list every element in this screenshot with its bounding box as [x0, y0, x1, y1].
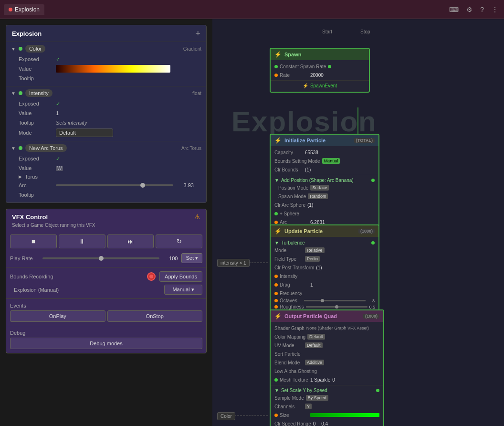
debug-section: Debug Debug modes: [6, 328, 206, 353]
intensity-toggle[interactable]: ▼: [11, 91, 16, 96]
help-icon[interactable]: ?: [478, 5, 486, 14]
vfx-controls: ■ ⏸ ⏭ ↻: [6, 232, 206, 251]
output-color-map-value: Default: [307, 334, 325, 340]
spawn-divider: [271, 80, 369, 81]
update-field-type-label: Field Type: [274, 256, 303, 262]
update-octaves-value: 3: [368, 298, 375, 303]
tab-label: Explosion: [15, 6, 40, 13]
title-bar-left: Explosion: [4, 4, 44, 15]
spawn-node-header[interactable]: ⚡ Spawn: [271, 49, 369, 60]
step-button[interactable]: ⏭: [107, 234, 154, 248]
output-sample-value: By Speed: [306, 395, 328, 401]
update-roughness-slider[interactable]: [306, 306, 368, 308]
output-sort-label: Sort Particle: [274, 351, 303, 357]
update-node-header[interactable]: ⚡ Update Particle (1000): [271, 225, 378, 237]
output-mesh-row: Mesh Texture 1 Sparkle 0: [271, 375, 383, 384]
color-section: ▼ Color Gradient Exposed ✓ Value Tooltip: [6, 42, 206, 86]
set-button[interactable]: Set ▾: [181, 253, 202, 263]
play-rate-value: 100: [163, 256, 178, 261]
init-bounds-value: Manual: [322, 158, 340, 164]
spawn-rate-value-row: Rate 20000: [271, 71, 369, 79]
output-channels-label: Channels: [274, 404, 303, 409]
apply-bounds-button[interactable]: Apply Bounds: [159, 271, 202, 282]
color-gradient[interactable]: [56, 65, 170, 73]
left-panel: Explosion + ▼ Color Gradient Exposed ✓ V…: [0, 19, 212, 426]
torus-expand-icon[interactable]: ▶: [19, 174, 22, 179]
intensity-tooltip-text: Sets intensity: [56, 120, 87, 126]
update-freq-row: Frequency: [271, 289, 378, 298]
init-icon: ⚡: [274, 137, 282, 144]
arc-torus-exposed-check: ✓: [56, 156, 60, 162]
arc-torus-value-row: Value W: [11, 163, 201, 173]
torus-label: Torus: [25, 174, 44, 180]
output-mesh-num: 0: [332, 377, 335, 383]
more-options-icon[interactable]: ⋮: [490, 5, 500, 14]
arc-torus-prop-name[interactable]: New Arc Torus: [25, 144, 67, 152]
spawn-rate-label: Constant Spawn Rate: [280, 64, 326, 69]
output-node-body: Shader Graph None (Shader Graph VFX Asse…: [271, 322, 383, 426]
arc-torus-prop-type: Arc Torus: [181, 146, 201, 151]
add-button[interactable]: +: [195, 29, 200, 38]
vfx-subtitle: Select a Game Object running this VFX: [6, 223, 206, 232]
turbulence-section[interactable]: ▼ Turbulence: [271, 239, 378, 246]
rate-value: 20000: [310, 73, 324, 78]
arc-slider[interactable]: [56, 184, 173, 186]
record-inner: [149, 275, 153, 278]
init-pos-mode-row: Position Mode Surface: [271, 183, 378, 192]
update-drag-dot: [274, 283, 278, 287]
scale-y-section[interactable]: ▼ Set Scale Y by Speed: [271, 386, 383, 394]
output-sort-row: Sort Particle: [271, 350, 383, 358]
initialize-node: ⚡ Initialize Particle (TOTAL) Capacity 6…: [270, 134, 379, 240]
intensity-connector-text: intensity × 1: [220, 260, 246, 266]
arc-torus-prop-header: ▼ New Arc Torus Arc Torus: [11, 144, 201, 152]
output-node-header[interactable]: ⚡ Output Particle Quad (1000): [271, 310, 383, 322]
turbulence-dot: [371, 241, 375, 245]
output-channels-value: Y: [305, 404, 312, 409]
spawn-rate-dot: [274, 65, 278, 68]
on-stop-button[interactable]: OnStop: [107, 310, 203, 322]
title-tab[interactable]: Explosion: [4, 4, 44, 15]
vfx-divider-2: [6, 298, 206, 299]
init-arc-label: Arc: [280, 220, 308, 225]
spawn-event-label: SpawnEvent: [310, 83, 337, 88]
update-octaves-slider[interactable]: [304, 300, 366, 301]
color-value-row: Value: [11, 64, 201, 74]
record-button[interactable]: [147, 272, 156, 281]
play-rate-slider[interactable]: [42, 257, 159, 259]
output-shader-row: Shader Graph None (Shader Graph VFX Asse…: [271, 324, 383, 332]
update-title: Update Particle: [284, 228, 323, 234]
output-size-dot: [274, 414, 278, 417]
arc-label: Arc: [19, 182, 52, 188]
settings-icon[interactable]: ⚙: [464, 5, 474, 14]
output-sample-row: Sample Mode By Speed: [271, 394, 383, 402]
color-prop-name[interactable]: Color: [25, 45, 45, 53]
stop-button[interactable]: ■: [10, 234, 57, 248]
code-icon[interactable]: ⌨: [447, 5, 461, 14]
init-node-header[interactable]: ⚡ Initialize Particle (TOTAL): [271, 135, 378, 146]
init-add-pos-section[interactable]: ▼ Add Position (Shape: Arc Banana): [271, 176, 378, 183]
output-low-alpha-label: Low Alpha Ghosting: [274, 369, 317, 374]
intensity-exposed-check: ✓: [56, 101, 60, 107]
debug-modes-button[interactable]: Debug modes: [10, 338, 202, 349]
update-rough-dot: [274, 305, 278, 309]
color-toggle[interactable]: ▼: [11, 46, 16, 52]
update-field-type-value: Perlin: [305, 256, 320, 262]
update-drag-value: 1: [310, 282, 313, 288]
intensity-mode-dropdown[interactable]: Default Clamped Normalized: [56, 128, 113, 137]
intensity-prop-name[interactable]: Intensity: [25, 89, 52, 97]
update-roughness-value: 0.5: [369, 305, 376, 309]
loop-button[interactable]: ↻: [156, 234, 202, 248]
on-play-button[interactable]: OnPlay: [10, 310, 105, 322]
output-color-map-row: Color Mapping Default: [271, 332, 383, 341]
vfx-panel: VFX Control ⚠ Select a Game Object runni…: [6, 209, 207, 353]
intensity-value-row: Value 1: [11, 108, 201, 118]
arc-slider-container: 3.93: [56, 182, 194, 188]
pause-button[interactable]: ⏸: [59, 234, 105, 248]
arc-torus-toggle[interactable]: ▼: [11, 146, 16, 151]
color-tooltip-row: Tooltip: [11, 74, 201, 83]
init-bounds-label: Bounds Setting Mode: [274, 159, 320, 164]
vfx-header: VFX Control ⚠: [6, 209, 206, 223]
title-bar: Explosion ⌨ ⚙ ? ⋮: [0, 0, 504, 19]
manual-dropdown[interactable]: Manual ▾: [164, 285, 202, 295]
output-color-map-label: Color Mapping: [274, 334, 305, 340]
